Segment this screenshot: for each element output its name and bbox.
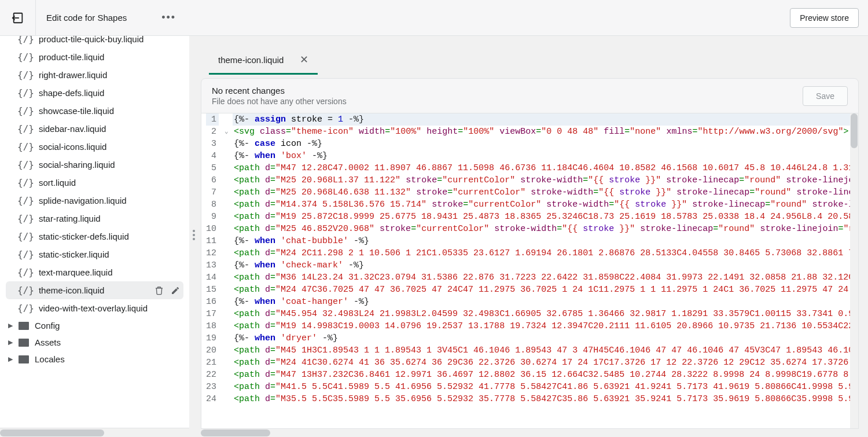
fold-toggle [225, 162, 233, 174]
file-item[interactable]: {/}video-with-text-overlay.liquid [0, 299, 189, 317]
fold-column[interactable]: ⌄ [225, 113, 233, 428]
fold-toggle [225, 320, 233, 332]
liquid-file-icon: {/} [17, 105, 34, 116]
fold-toggle [225, 344, 233, 357]
rename-file-button[interactable] [171, 286, 180, 295]
code-line[interactable]: <path d="M25 46.852V20.968" stroke="curr… [233, 223, 850, 235]
code-line[interactable]: <path d="M47 13H37.232C36.8461 12.9971 3… [233, 369, 850, 381]
code-line[interactable]: <path d="M41.5 5.5C41.5989 5.5 41.6956 5… [233, 381, 850, 393]
code-line[interactable]: <path d="M45 1H3C1.89543 1 1 1.89543 1 3… [233, 344, 850, 357]
fold-toggle [225, 223, 233, 235]
sidebar-horizontal-scrollbar[interactable] [0, 428, 189, 437]
folder-icon [19, 355, 29, 363]
scrollbar-thumb[interactable] [851, 113, 858, 148]
code-line[interactable]: {%- assign stroke = 1 -%} [233, 113, 850, 126]
code-line[interactable]: <path d="M24 2C11.298 2 1 10.506 1 21C1.… [233, 247, 850, 259]
sidebar-resize-handle[interactable] [189, 36, 198, 437]
code-line[interactable]: <path d="M36 14L23.24 31.32C23.0794 31.5… [233, 271, 850, 284]
code-line[interactable]: {%- case icon -%} [233, 138, 850, 150]
file-name: theme-icon.liquid [39, 285, 104, 295]
file-item[interactable]: {/}product-tile.liquid [0, 48, 189, 66]
tab-theme-icon[interactable]: theme-icon.liquid ✕ [209, 46, 318, 75]
caret-right-icon: ▶ [8, 355, 13, 363]
file-item[interactable]: {/}sort.liquid [0, 174, 189, 192]
fold-toggle [225, 186, 233, 199]
fold-toggle [225, 381, 233, 393]
code-line[interactable]: <path d="M45.954 32.4983L24 21.9983L2.04… [233, 308, 850, 320]
file-item[interactable]: {/}social-sharing.liquid [0, 156, 189, 174]
folder-item[interactable]: ▶Assets [0, 334, 189, 351]
delete-file-button[interactable] [155, 286, 164, 295]
liquid-file-icon: {/} [17, 285, 34, 296]
code-editor[interactable]: 123456789101112131415161718192021222324 … [201, 113, 859, 429]
file-item[interactable]: {/}sidebar-nav.liquid [0, 120, 189, 138]
preview-store-button[interactable]: Preview store [790, 8, 859, 28]
code-line[interactable]: <path d="M25 20.968L46.638 11.132" strok… [233, 186, 850, 199]
more-menu-button[interactable]: ••• [161, 12, 176, 24]
fold-toggle [225, 296, 233, 308]
file-name: showcase-tile.liquid [39, 106, 114, 116]
folder-name: Locales [35, 354, 65, 364]
file-list[interactable]: {/}product-tile-quick-buy.liquid{/}produ… [0, 36, 189, 428]
file-name: shape-defs.liquid [39, 88, 104, 98]
grip-icon [193, 230, 195, 244]
code-line[interactable]: <path d="M14.374 5.158L36.576 15.714" st… [233, 199, 850, 211]
file-item[interactable]: {/}social-icons.liquid [0, 138, 189, 156]
fold-toggle [225, 235, 233, 247]
code-line[interactable]: <path d="M24 47C36.7025 47 47 36.7025 47… [233, 284, 850, 296]
file-item[interactable]: {/}right-drawer.liquid [0, 66, 189, 84]
fold-toggle [225, 259, 233, 271]
close-tab-button[interactable]: ✕ [300, 53, 308, 66]
code-line[interactable]: <path d="M19 25.872C18.9999 25.6775 18.9… [233, 211, 850, 223]
editor-vertical-scrollbar[interactable] [850, 113, 858, 428]
code-line[interactable]: {%- when 'dryer' -%} [233, 332, 850, 344]
fold-toggle[interactable]: ⌄ [225, 126, 233, 138]
fold-toggle [225, 393, 233, 405]
file-tree-sidebar: {/}product-tile-quick-buy.liquid{/}produ… [0, 36, 189, 437]
top-bar: Edit code for Shapes ••• Preview store [0, 0, 868, 36]
scrollbar-thumb[interactable] [201, 429, 270, 436]
code-line[interactable]: <svg class="theme-icon" width="100%" hei… [233, 126, 850, 138]
code-line[interactable]: {%- when 'chat-bubble' -%} [233, 235, 850, 247]
fold-toggle [225, 138, 233, 150]
code-line[interactable]: <path d="M47 12.28C47.0002 11.8907 46.88… [233, 162, 850, 174]
folder-item[interactable]: ▶Locales [0, 351, 189, 368]
page-title: Edit code for Shapes [46, 13, 127, 23]
file-item[interactable]: {/}text-marquee.liquid [0, 263, 189, 281]
code-content[interactable]: {%- assign stroke = 1 -%}<svg class="the… [233, 113, 850, 428]
fold-toggle [225, 247, 233, 259]
file-item[interactable]: {/}product-tile-quick-buy.liquid [0, 36, 189, 48]
save-button[interactable]: Save [803, 86, 848, 106]
file-name: product-tile.liquid [39, 52, 104, 62]
code-line[interactable]: {%- when 'check-mark' -%} [233, 259, 850, 271]
code-line[interactable]: {%- when 'coat-hanger' -%} [233, 296, 850, 308]
file-item[interactable]: {/}shape-defs.liquid [0, 84, 189, 102]
scrollbar-thumb[interactable] [0, 429, 104, 436]
file-item[interactable]: {/}splide-navigation.liquid [0, 192, 189, 210]
file-item[interactable]: {/}static-sticker-defs.liquid [0, 227, 189, 245]
code-line[interactable]: <path d="M24 41C30.6274 41 36 35.6274 36… [233, 357, 850, 369]
folder-item[interactable]: ▶Config [0, 317, 189, 334]
fold-toggle [225, 271, 233, 284]
file-name: text-marquee.liquid [39, 267, 113, 277]
code-line[interactable]: <path d="M19 14.9983C19.0003 14.0796 19.… [233, 320, 850, 332]
file-item[interactable]: {/}showcase-tile.liquid [0, 102, 189, 120]
trash-icon [155, 286, 164, 295]
code-line[interactable]: {%- when 'box' -%} [233, 150, 850, 162]
fold-toggle [225, 357, 233, 369]
file-item[interactable]: {/}theme-icon.liquid [6, 281, 183, 299]
file-name: star-rating.liquid [39, 214, 101, 223]
fold-toggle [225, 308, 233, 320]
liquid-file-icon: {/} [17, 303, 34, 314]
file-item[interactable]: {/}static-sticker.liquid [0, 245, 189, 263]
fold-toggle [225, 284, 233, 296]
editor-tabs: theme-icon.liquid ✕ [201, 46, 859, 75]
file-item[interactable]: {/}star-rating.liquid [0, 210, 189, 227]
code-line[interactable]: <path d="M25 20.968L1.37 11.122" stroke=… [233, 174, 850, 186]
editor-horizontal-scrollbar[interactable] [201, 429, 851, 437]
liquid-file-icon: {/} [17, 177, 34, 188]
exit-arrow-icon [12, 12, 24, 24]
fold-toggle [225, 113, 233, 126]
back-button[interactable] [0, 0, 36, 36]
code-line[interactable]: <path d="M35.5 5.5C35.5989 5.5 35.6956 5… [233, 393, 850, 405]
